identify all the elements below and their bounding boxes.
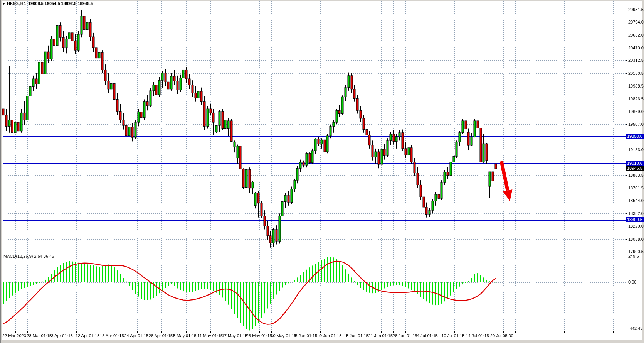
price-axis-label: 19183.0 xyxy=(628,147,644,152)
price-level-tag[interactable]: 19010.6 xyxy=(626,161,644,166)
price-axis-label: 18058.0 xyxy=(628,237,644,242)
chart-header: ▼HK50-,H4 19008.5 19054.5 18892.5 18945.… xyxy=(2,1,93,6)
time-axis-label: 3 Apr 01:15 xyxy=(51,333,73,338)
price-axis-label: 19507.0 xyxy=(628,122,644,127)
time-axis-label: 14 Jul 01:15 xyxy=(466,333,489,338)
price-axis-label: 20470.0 xyxy=(628,46,644,51)
price-axis-label: 18382.0 xyxy=(628,211,644,216)
time-axis-label: 24 Apr 01:15 xyxy=(124,333,148,338)
time-axis-label: 23 May 01:15 xyxy=(246,333,272,338)
time-axis-label: 28 Jun 01:15 xyxy=(393,333,417,338)
macd-axis-label: -442.43 xyxy=(628,326,642,331)
price-axis-label: 19826.5 xyxy=(628,96,644,101)
time-axis-label: 9 Jun 01:15 xyxy=(319,333,342,338)
price-axis-label: 20632.0 xyxy=(628,33,644,38)
time-axis-label: 30 May 01:15 xyxy=(271,333,296,338)
symbol-timeframe-label: HK50-,H4 xyxy=(7,1,26,6)
macd-indicator-label: MACD(12,26,9) 2.54 36.45 xyxy=(3,254,54,259)
ohlc-values: 19008.5 19054.5 18892.5 18945.5 xyxy=(28,1,93,6)
time-axis-label: 18 Apr 01:15 xyxy=(100,333,124,338)
time-axis-label: 4 Jul 01:15 xyxy=(417,333,438,338)
price-axis-label: 18220.0 xyxy=(628,224,644,229)
price-level-tag[interactable]: 18300.5 xyxy=(626,217,644,222)
time-axis-label: 28 Mar 01:15 xyxy=(27,333,52,338)
price-axis-label: 20150.5 xyxy=(628,71,644,76)
time-axis-label: 28 Apr 01:15 xyxy=(149,333,173,338)
price-axis-label: 18863.5 xyxy=(628,173,644,178)
price-axis-label: 19669.0 xyxy=(628,109,644,114)
price-axis-label: 20951.5 xyxy=(628,7,644,12)
time-axis-label: 5 Jun 01:15 xyxy=(295,333,318,338)
time-axis-label: 17 May 01:15 xyxy=(222,333,248,338)
time-axis-label: 11 May 01:15 xyxy=(197,333,223,338)
time-axis-label: 21 Jun 01:15 xyxy=(368,333,393,338)
price-axis-label: 18701.5 xyxy=(628,186,644,191)
price-axis-label: 18544.0 xyxy=(628,198,644,203)
price-axis-label: 20312.5 xyxy=(628,58,644,63)
symbol-dropdown-icon[interactable]: ▼ xyxy=(2,2,5,6)
time-axis-label: 20 Jul 05:00 xyxy=(490,333,513,338)
time-axis-label: 10 Jul 01:15 xyxy=(441,333,464,338)
current-price-tag: 18945.5 xyxy=(626,166,644,171)
price-axis-label: 17900.5 xyxy=(628,249,644,254)
price-level-tag[interactable]: 19350.0 xyxy=(626,134,644,139)
time-axis-label: 12 Apr 01:15 xyxy=(76,333,99,338)
time-axis-label: 22 Mar 2023 xyxy=(2,333,26,338)
macd-axis-label: 249.6 xyxy=(628,254,639,259)
chart-window: { "header": { "dropdown_glyph": "▼", "sy… xyxy=(0,0,644,343)
time-axis-label: 5 May 01:15 xyxy=(173,333,197,338)
price-axis-label: 19988.5 xyxy=(628,84,644,89)
macd-axis-label: 0.00 xyxy=(628,280,636,285)
price-axis-label: 20794.0 xyxy=(628,20,644,25)
price-chart-canvas[interactable] xyxy=(0,0,644,343)
time-axis-label: 15 Jun 01:15 xyxy=(344,333,368,338)
